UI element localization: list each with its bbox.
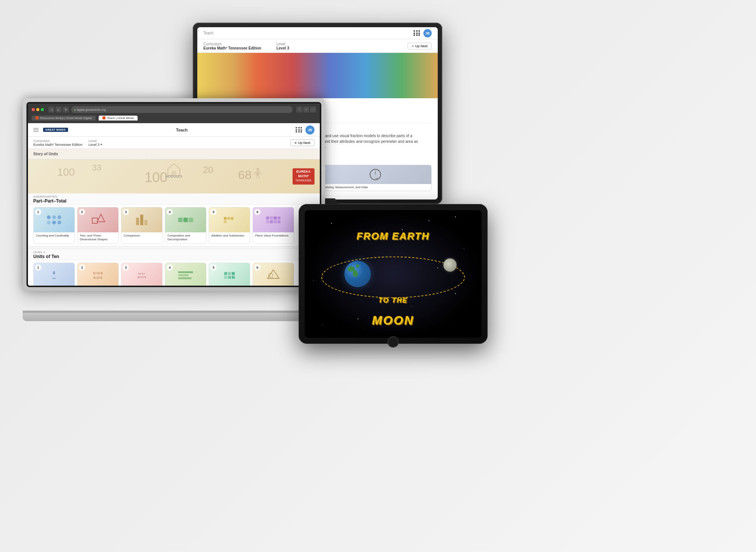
l1-module-1[interactable]: 1 6••• Counting, Comparison, and Additio… [33,263,75,286]
level-label: Level [88,139,102,143]
eureka-badge: EUREKAMATH²TENNESSEE [293,168,314,184]
tablet-content: FROM EARTH TO THE MOON [305,210,482,338]
user-avatar[interactable]: JB [423,29,432,37]
tablet-home-button[interactable] [387,336,399,348]
monitor-module-6[interactable]: 6 Geometry, Measurement, and Data [319,165,432,191]
monitor-top-right: JB [414,29,432,37]
kindergarten-header: KINDERGARTEN Part–Part–Total [28,193,320,205]
app-top-right-controls: JB [296,125,314,135]
share-icon[interactable]: ↑ [296,107,302,113]
kg-module-6[interactable]: 6 [253,207,294,244]
l1-module-4[interactable]: 4 Comparison and Composition of Leng [165,263,206,286]
kindergarten-section: KINDERGARTEN Part–Part–Total 1 [28,193,320,246]
nav-reload[interactable]: ↻ [63,107,69,113]
l1-module-6[interactable]: 6 Attributes of Shapes - Advancing Place… [253,263,294,286]
kg-name[interactable]: Part–Part–Total [33,198,314,204]
banner-num1: 100 [57,166,75,178]
address-bar[interactable]: ● digital.greatminds.org [71,106,293,113]
tablet-from-earth-text: FROM EARTH [357,230,430,242]
svg-line-6 [256,176,257,179]
app-grid-icon[interactable] [296,127,302,133]
kg-module-4[interactable]: 4 Composition and Decomposition [165,207,206,244]
kg-m6-label: Place Value Foundations [253,232,294,239]
banner-person-icon [254,167,262,179]
brand-logo[interactable]: GREAT MINDS [43,128,68,132]
banner-num4: 20 [203,165,213,175]
traffic-lights [32,108,44,111]
mod-num: 1 [35,209,41,215]
svg-rect-3 [256,171,259,176]
tablet-to-text: TO THE [378,297,408,305]
l1-module-3[interactable]: 3 n+1= 4+n=4 Properties Operations to Ma… [121,263,163,286]
bookmark-icon[interactable]: + [303,107,309,113]
tab-favicon-1 [36,116,39,119]
laptop-lid: ◁ ▷ ↻ ● digital.greatminds.org ↑ + ⋯ [23,98,325,291]
laptop-screen-wrapper: ◁ ▷ ↻ ● digital.greatminds.org ↑ + ⋯ [26,102,321,287]
user-avatar[interactable]: JB [305,125,314,135]
hamburger-menu[interactable] [33,128,39,132]
curriculum-value: Eureka Math² Tennessee Edition [203,46,261,50]
upnext-button[interactable]: ≡ Up Next [290,139,314,146]
story-label: Story of Units [33,152,58,156]
nav-forward[interactable]: ▷ [56,107,62,113]
level-section: Level Level 3 ▾ [88,139,102,147]
l1-module-2[interactable]: 2 5+3=8 8-3=5 Addition and Subtraction R… [77,263,119,286]
level-label: Level [276,42,289,46]
attrib-icon [266,268,281,283]
address-text: digital.greatminds.org [77,108,105,111]
extensions-icon[interactable]: ⋯ [310,107,316,113]
level-value-app[interactable]: Level 3 ▾ [88,143,102,147]
curriculum-label: Curriculum [203,42,261,46]
story-header: Story of Units [28,149,320,159]
browser-tabs: Resources library | Great Minds Digital … [32,116,316,121]
upnext-label: Up Next [415,44,428,48]
nav-back[interactable]: ◁ [48,107,54,113]
divider-1 [28,246,320,249]
kg-m2-label: Two- and Three-Dimensional Shapes [77,232,118,243]
tablet-moon-text: MOON [372,314,414,328]
svg-marker-9 [97,214,105,222]
kg-module-5[interactable]: 5 [209,207,250,244]
tablet-bezel: FROM EARTH TO THE MOON [299,204,488,344]
kg-m1-label: Counting and Cardinality [34,232,74,239]
laptop-device: ◁ ▷ ↻ ● digital.greatminds.org ↑ + ⋯ [23,98,329,332]
monitor-title: Teach [203,31,214,35]
l1-level: LEVEL 1 [33,250,314,254]
l1-name[interactable]: Units of Ten [33,254,314,259]
kg-level: KINDERGARTEN [33,195,314,198]
curriculum-value: Eureka Math² Tennessee Edition [33,143,82,147]
kg-modules: 1 [28,205,320,246]
svg-line-7 [259,176,259,179]
brand-text: GREAT MINDS [43,128,68,132]
svg-point-2 [256,168,259,171]
kg-m5-label: Addition and Subtraction [209,232,250,239]
tab-resources[interactable]: Resources library | Great Minds Digital [32,116,96,121]
laptop-screen: ◁ ▷ ↻ ● digital.greatminds.org ↑ + ⋯ [28,104,320,286]
tl-close[interactable] [32,108,35,111]
tablet-screen: FROM EARTH TO THE MOON [305,210,482,338]
svg-rect-8 [92,218,98,223]
svg-line-5 [260,172,262,175]
kg-module-1[interactable]: 1 [33,207,75,244]
eureka-badge-text: EUREKAMATH²TENNESSEE [293,168,314,184]
tab-label-2: Teach | Great Minds [107,116,134,120]
level-value[interactable]: Level 3 [276,46,289,50]
tl-minimize[interactable] [36,108,39,111]
l1-module-5[interactable]: 5 [209,263,250,286]
upnext-button[interactable]: ≡ Up Next [407,43,432,49]
l1-modules: 1 6••• Counting, Comparison, and Additio… [28,260,320,286]
banner-num5: 68 [238,168,252,182]
tablet-device: FROM EARTH TO THE MOON [299,204,495,351]
kg-module-3[interactable]: 3 Comparison [121,207,163,244]
browser-chrome: ◁ ▷ ↻ ● digital.greatminds.org ↑ + ⋯ [28,104,320,123]
app-subnav: Curriculum Eureka Math² Tennessee Editio… [28,137,320,149]
kg-module-2[interactable]: 2 Two- and Three-Dimensional Shapes [77,207,119,244]
story-banner: 100 33 100 20 68 [28,159,320,193]
tl-maximize[interactable] [41,108,44,111]
tab-teach[interactable]: Teach | Great Minds [99,116,138,121]
grid-icon[interactable] [414,30,420,36]
modules-label: MODULES [166,175,183,178]
browser-row1: ◁ ▷ ↻ ● digital.greatminds.org ↑ + ⋯ [32,106,316,113]
earth [344,261,371,287]
level1-header: LEVEL 1 Units of Ten [28,249,320,260]
